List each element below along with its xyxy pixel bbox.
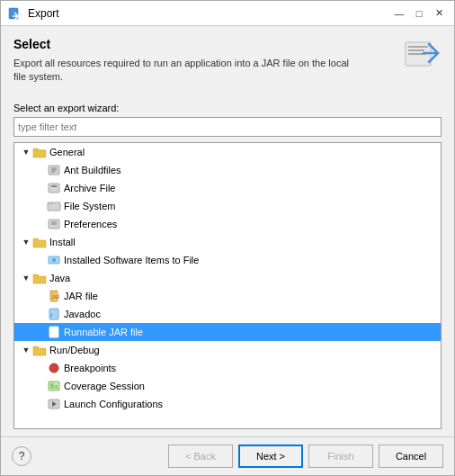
launch-icon: [47, 397, 61, 411]
tree-item-installed-software[interactable]: Installed Software Items to File: [14, 251, 441, 269]
close-button[interactable]: ✕: [431, 5, 447, 22]
cancel-button[interactable]: Cancel: [379, 445, 443, 468]
filter-label: Select an export wizard:: [13, 103, 442, 113]
export-wizard-icon: [404, 37, 442, 75]
general-folder-icon: [32, 145, 47, 159]
tree-item-rundebug[interactable]: ▼ Run/Debug: [14, 341, 441, 359]
tree-item-file-system[interactable]: File System: [14, 197, 441, 215]
tree-item-preferences[interactable]: Preferences: [14, 215, 441, 233]
ant-icon: [47, 163, 61, 177]
runnable-jar-icon: [47, 325, 61, 339]
java-folder-icon: [32, 271, 47, 285]
tree-item-launch-configurations[interactable]: Launch Configurations: [14, 395, 441, 413]
svg-point-24: [49, 364, 58, 373]
svg-rect-3: [408, 49, 424, 51]
tree-item-install[interactable]: ▼ Install: [14, 233, 441, 251]
expand-install-icon: ▼: [22, 238, 31, 247]
svg-rect-27: [55, 385, 58, 389]
preferences-icon: [47, 217, 61, 231]
finish-button[interactable]: Finish: [308, 445, 373, 468]
javadoc-label: Javadoc: [64, 309, 101, 319]
window-title: Export: [28, 7, 59, 20]
title-bar-left: Export: [8, 6, 59, 21]
svg-rect-12: [48, 202, 53, 204]
rundebug-folder-icon: [32, 343, 47, 357]
tree-item-general[interactable]: ▼ General: [14, 143, 441, 161]
tree-item-runnable-jar[interactable]: Runnable JAR file: [14, 323, 441, 341]
wizard-icon-block: [404, 37, 442, 77]
tree-item-coverage-session[interactable]: Coverage Session: [14, 377, 441, 395]
title-controls: — □ ✕: [391, 5, 447, 22]
tree-container[interactable]: ▼ General Ant Buildfiles Archive File: [13, 142, 442, 429]
minimize-button[interactable]: —: [391, 5, 407, 22]
tree-item-javadoc[interactable]: J Javadoc: [14, 305, 441, 323]
ant-buildfiles-label: Ant Buildfiles: [64, 165, 121, 175]
description-text: Export all resources required to run an …: [13, 57, 397, 85]
coverage-session-label: Coverage Session: [64, 381, 145, 391]
back-button[interactable]: < Back: [168, 445, 233, 468]
nav-buttons: < Back Next > Finish Cancel: [168, 445, 443, 468]
file-system-icon: [47, 199, 61, 213]
breakpoints-label: Breakpoints: [64, 363, 116, 373]
runnable-jar-label: Runnable JAR file: [64, 327, 143, 337]
preferences-label: Preferences: [64, 219, 117, 229]
expand-general-icon: ▼: [22, 148, 31, 157]
archive-file-label: Archive File: [64, 183, 115, 193]
tree-item-breakpoints[interactable]: Breakpoints: [14, 359, 441, 377]
expand-rundebug-icon: ▼: [22, 346, 31, 355]
svg-rect-26: [50, 383, 54, 389]
java-label: Java: [49, 273, 70, 283]
jar-icon: JAR: [47, 289, 61, 303]
file-system-label: File System: [64, 201, 115, 211]
installed-software-label: Installed Software Items to File: [64, 255, 199, 265]
svg-text:J: J: [50, 313, 52, 318]
tree-item-java[interactable]: ▼ Java: [14, 269, 441, 287]
main-content: Select Export all resources required to …: [1, 26, 454, 436]
breakpoints-icon: [47, 361, 61, 375]
svg-rect-9: [49, 184, 59, 193]
rundebug-label: Run/Debug: [49, 345, 100, 355]
top-section: Select Export all resources required to …: [13, 37, 442, 94]
description-block: Select Export all resources required to …: [13, 37, 397, 94]
tree-item-archive-file[interactable]: Archive File: [14, 179, 441, 197]
title-bar: Export — □ ✕: [1, 1, 454, 26]
svg-point-17: [52, 258, 56, 262]
filter-input[interactable]: [13, 117, 442, 137]
javadoc-icon: J: [47, 307, 61, 321]
bottom-bar: ? < Back Next > Finish Cancel: [1, 436, 454, 475]
maximize-button[interactable]: □: [411, 5, 427, 22]
export-dialog: Export — □ ✕ Select Export all resources…: [0, 0, 455, 476]
help-button[interactable]: ?: [12, 446, 31, 466]
svg-rect-2: [408, 46, 428, 48]
tree-item-jar-file[interactable]: JAR JAR file: [14, 287, 441, 305]
general-label: General: [49, 147, 85, 157]
software-icon: [47, 253, 61, 267]
install-folder-icon: [32, 235, 47, 249]
launch-configurations-label: Launch Configurations: [64, 399, 163, 409]
archive-icon: [47, 181, 61, 195]
export-window-icon: [8, 6, 22, 21]
svg-text:JAR: JAR: [51, 294, 60, 300]
svg-rect-10: [51, 185, 57, 187]
install-label: Install: [49, 237, 76, 247]
page-title: Select: [13, 37, 397, 51]
coverage-icon: [47, 379, 61, 393]
expand-java-icon: ▼: [22, 274, 31, 283]
jar-file-label: JAR file: [64, 291, 98, 301]
tree-item-ant-buildfiles[interactable]: Ant Buildfiles: [14, 161, 441, 179]
next-button[interactable]: Next >: [238, 445, 303, 468]
